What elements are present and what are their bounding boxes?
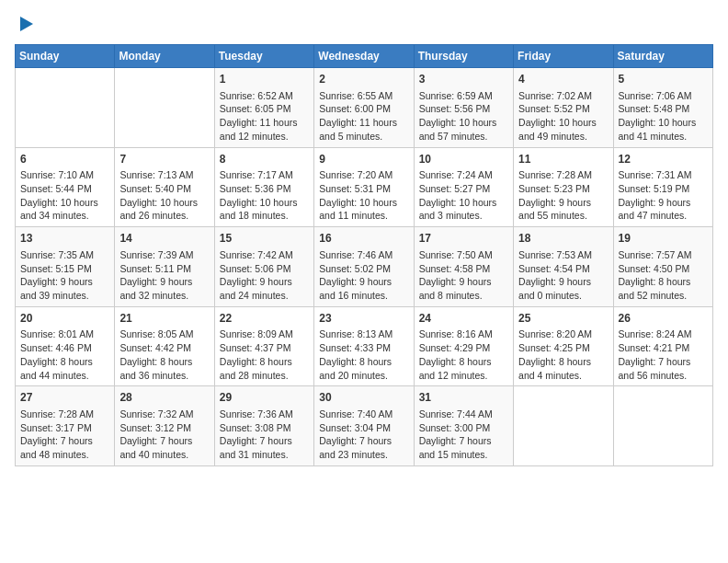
calendar-cell: 13Sunrise: 7:35 AM Sunset: 5:15 PM Dayli… bbox=[16, 227, 115, 307]
day-number: 2 bbox=[319, 72, 408, 87]
day-content: Sunrise: 6:55 AM Sunset: 6:00 PM Dayligh… bbox=[319, 89, 408, 144]
calendar-cell: 25Sunrise: 8:20 AM Sunset: 4:25 PM Dayli… bbox=[514, 306, 613, 386]
calendar-cell: 17Sunrise: 7:50 AM Sunset: 4:58 PM Dayli… bbox=[414, 227, 513, 307]
day-content: Sunrise: 7:28 AM Sunset: 5:23 PM Dayligh… bbox=[518, 168, 608, 223]
day-content: Sunrise: 7:20 AM Sunset: 5:31 PM Dayligh… bbox=[319, 168, 408, 223]
day-number: 22 bbox=[220, 311, 309, 327]
day-content: Sunrise: 8:09 AM Sunset: 4:37 PM Dayligh… bbox=[220, 327, 309, 382]
calendar-cell: 26Sunrise: 8:24 AM Sunset: 4:21 PM Dayli… bbox=[613, 306, 712, 386]
calendar-cell: 28Sunrise: 7:32 AM Sunset: 3:12 PM Dayli… bbox=[115, 386, 214, 466]
day-content: Sunrise: 7:31 AM Sunset: 5:19 PM Dayligh… bbox=[619, 168, 708, 223]
calendar-cell: 3Sunrise: 6:59 AM Sunset: 5:56 PM Daylig… bbox=[414, 68, 513, 148]
calendar-weekday-header: Friday bbox=[514, 45, 613, 68]
day-content: Sunrise: 8:05 AM Sunset: 4:42 PM Dayligh… bbox=[119, 327, 209, 382]
day-number: 31 bbox=[419, 390, 508, 406]
calendar-cell bbox=[613, 386, 712, 466]
calendar-weekday-header: Wednesday bbox=[314, 45, 414, 68]
calendar-cell: 20Sunrise: 8:01 AM Sunset: 4:46 PM Dayli… bbox=[16, 306, 115, 386]
logo-arrow-icon bbox=[17, 15, 35, 33]
calendar-cell: 15Sunrise: 7:42 AM Sunset: 5:06 PM Dayli… bbox=[214, 227, 313, 307]
calendar-cell: 7Sunrise: 7:13 AM Sunset: 5:40 PM Daylig… bbox=[115, 147, 214, 227]
day-number: 9 bbox=[319, 152, 408, 167]
day-number: 29 bbox=[220, 390, 309, 406]
calendar-week-row: 1Sunrise: 6:52 AM Sunset: 6:05 PM Daylig… bbox=[16, 68, 713, 148]
calendar-cell bbox=[16, 68, 115, 148]
calendar-week-row: 20Sunrise: 8:01 AM Sunset: 4:46 PM Dayli… bbox=[16, 306, 713, 386]
day-number: 7 bbox=[119, 152, 209, 167]
calendar-cell bbox=[115, 68, 214, 148]
day-content: Sunrise: 7:50 AM Sunset: 4:58 PM Dayligh… bbox=[419, 248, 508, 303]
calendar-cell: 24Sunrise: 8:16 AM Sunset: 4:29 PM Dayli… bbox=[414, 306, 513, 386]
day-content: Sunrise: 7:40 AM Sunset: 3:04 PM Dayligh… bbox=[319, 408, 408, 462]
calendar-cell: 31Sunrise: 7:44 AM Sunset: 3:00 PM Dayli… bbox=[414, 386, 513, 466]
day-content: Sunrise: 7:35 AM Sunset: 5:15 PM Dayligh… bbox=[20, 248, 109, 303]
day-number: 1 bbox=[220, 72, 309, 87]
calendar-table: SundayMondayTuesdayWednesdayThursdayFrid… bbox=[15, 44, 713, 466]
calendar-cell: 29Sunrise: 7:36 AM Sunset: 3:08 PM Dayli… bbox=[214, 386, 313, 466]
day-content: Sunrise: 7:28 AM Sunset: 3:17 PM Dayligh… bbox=[20, 408, 109, 462]
day-number: 12 bbox=[619, 152, 708, 167]
day-number: 3 bbox=[419, 72, 508, 87]
day-content: Sunrise: 8:01 AM Sunset: 4:46 PM Dayligh… bbox=[20, 327, 109, 382]
calendar-weekday-header: Monday bbox=[115, 45, 214, 68]
day-number: 8 bbox=[220, 152, 309, 167]
calendar-cell: 12Sunrise: 7:31 AM Sunset: 5:19 PM Dayli… bbox=[613, 147, 712, 227]
calendar-cell: 14Sunrise: 7:39 AM Sunset: 5:11 PM Dayli… bbox=[115, 227, 214, 307]
day-content: Sunrise: 7:42 AM Sunset: 5:06 PM Dayligh… bbox=[220, 248, 309, 303]
day-content: Sunrise: 7:24 AM Sunset: 5:27 PM Dayligh… bbox=[419, 168, 508, 223]
day-number: 26 bbox=[619, 311, 708, 327]
day-content: Sunrise: 7:10 AM Sunset: 5:44 PM Dayligh… bbox=[20, 168, 109, 223]
calendar-cell: 23Sunrise: 8:13 AM Sunset: 4:33 PM Dayli… bbox=[314, 306, 414, 386]
day-content: Sunrise: 7:39 AM Sunset: 5:11 PM Dayligh… bbox=[119, 248, 209, 303]
calendar-cell: 18Sunrise: 7:53 AM Sunset: 4:54 PM Dayli… bbox=[514, 227, 613, 307]
day-number: 18 bbox=[518, 231, 608, 247]
calendar-header: SundayMondayTuesdayWednesdayThursdayFrid… bbox=[16, 45, 713, 68]
day-number: 20 bbox=[20, 311, 109, 327]
day-number: 24 bbox=[419, 311, 508, 327]
day-content: Sunrise: 7:06 AM Sunset: 5:48 PM Dayligh… bbox=[619, 89, 708, 144]
calendar-week-row: 27Sunrise: 7:28 AM Sunset: 3:17 PM Dayli… bbox=[16, 386, 713, 466]
calendar-cell: 21Sunrise: 8:05 AM Sunset: 4:42 PM Dayli… bbox=[115, 306, 214, 386]
page-header bbox=[15, 15, 713, 33]
calendar-weekday-header: Sunday bbox=[16, 45, 115, 68]
day-number: 13 bbox=[20, 231, 109, 247]
calendar-body: 1Sunrise: 6:52 AM Sunset: 6:05 PM Daylig… bbox=[16, 68, 713, 466]
calendar-cell: 4Sunrise: 7:02 AM Sunset: 5:52 PM Daylig… bbox=[514, 68, 613, 148]
day-number: 5 bbox=[619, 72, 708, 87]
day-content: Sunrise: 7:13 AM Sunset: 5:40 PM Dayligh… bbox=[119, 168, 209, 223]
calendar-cell: 9Sunrise: 7:20 AM Sunset: 5:31 PM Daylig… bbox=[314, 147, 414, 227]
day-content: Sunrise: 7:44 AM Sunset: 3:00 PM Dayligh… bbox=[419, 408, 508, 462]
day-content: Sunrise: 6:52 AM Sunset: 6:05 PM Dayligh… bbox=[220, 89, 309, 144]
day-content: Sunrise: 7:53 AM Sunset: 4:54 PM Dayligh… bbox=[518, 248, 608, 303]
calendar-cell: 27Sunrise: 7:28 AM Sunset: 3:17 PM Dayli… bbox=[16, 386, 115, 466]
day-content: Sunrise: 8:24 AM Sunset: 4:21 PM Dayligh… bbox=[619, 327, 708, 382]
day-number: 16 bbox=[319, 231, 408, 247]
calendar-weekday-header: Thursday bbox=[414, 45, 513, 68]
day-number: 14 bbox=[119, 231, 209, 247]
calendar-weekday-header: Tuesday bbox=[214, 45, 313, 68]
day-number: 21 bbox=[119, 311, 209, 327]
day-content: Sunrise: 7:17 AM Sunset: 5:36 PM Dayligh… bbox=[220, 168, 309, 223]
day-number: 23 bbox=[319, 311, 408, 327]
calendar-week-row: 13Sunrise: 7:35 AM Sunset: 5:15 PM Dayli… bbox=[16, 227, 713, 307]
calendar-week-row: 6Sunrise: 7:10 AM Sunset: 5:44 PM Daylig… bbox=[16, 147, 713, 227]
day-content: Sunrise: 7:57 AM Sunset: 4:50 PM Dayligh… bbox=[619, 248, 708, 303]
calendar-cell: 11Sunrise: 7:28 AM Sunset: 5:23 PM Dayli… bbox=[514, 147, 613, 227]
day-content: Sunrise: 8:20 AM Sunset: 4:25 PM Dayligh… bbox=[518, 327, 608, 382]
calendar-cell bbox=[514, 386, 613, 466]
calendar-cell: 16Sunrise: 7:46 AM Sunset: 5:02 PM Dayli… bbox=[314, 227, 414, 307]
calendar-cell: 10Sunrise: 7:24 AM Sunset: 5:27 PM Dayli… bbox=[414, 147, 513, 227]
day-content: Sunrise: 7:02 AM Sunset: 5:52 PM Dayligh… bbox=[518, 89, 608, 144]
calendar-cell: 30Sunrise: 7:40 AM Sunset: 3:04 PM Dayli… bbox=[314, 386, 414, 466]
day-number: 10 bbox=[419, 152, 508, 167]
day-number: 11 bbox=[518, 152, 608, 167]
day-number: 4 bbox=[518, 72, 608, 87]
day-number: 19 bbox=[619, 231, 708, 247]
day-number: 30 bbox=[319, 390, 408, 406]
calendar-cell: 8Sunrise: 7:17 AM Sunset: 5:36 PM Daylig… bbox=[214, 147, 313, 227]
day-number: 25 bbox=[518, 311, 608, 327]
day-content: Sunrise: 7:36 AM Sunset: 3:08 PM Dayligh… bbox=[220, 408, 309, 462]
calendar-weekday-header: Saturday bbox=[613, 45, 712, 68]
day-content: Sunrise: 7:46 AM Sunset: 5:02 PM Dayligh… bbox=[319, 248, 408, 303]
day-content: Sunrise: 6:59 AM Sunset: 5:56 PM Dayligh… bbox=[419, 89, 508, 144]
